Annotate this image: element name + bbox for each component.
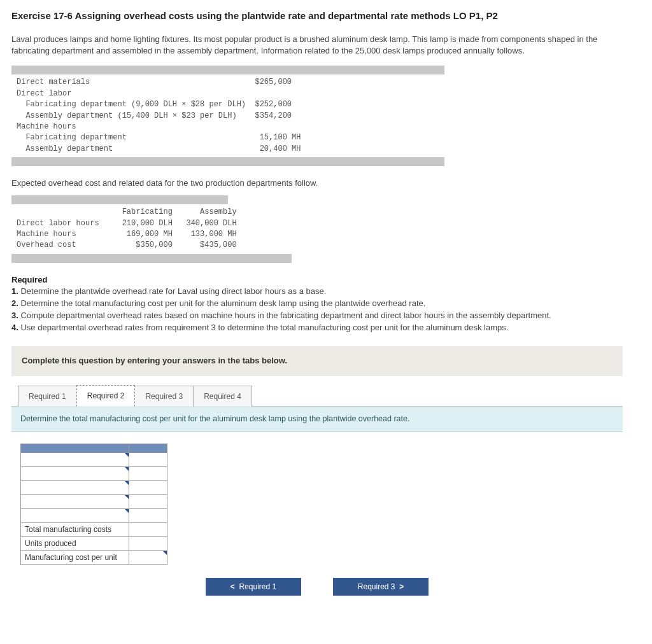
units-row-label: Units produced [21,536,129,550]
entry-input-cell[interactable] [129,480,167,494]
answer-box: Complete this question by entering your … [11,346,623,603]
entry-input-cell[interactable] [21,466,129,480]
entry-input-cell[interactable] [129,522,167,536]
section-text: Expected overhead cost and related data … [11,178,641,189]
tab-required-1[interactable]: Required 1 [18,386,77,407]
cost-per-unit-label: Manufacturing cost per unit [21,550,129,564]
table-header-cell [21,444,129,452]
required-item: Determine the plantwide overhead rate fo… [20,286,326,296]
tab-required-4[interactable]: Required 4 [193,386,252,407]
entry-input-cell[interactable] [129,466,167,480]
dept-data-block: Fabricating Assembly Direct labor hours … [11,195,292,263]
entry-input-cell[interactable] [21,508,129,522]
total-row-label: Total manufacturing costs [21,522,129,536]
dropdown-icon [125,467,129,471]
chevron-left-icon: < [230,582,235,591]
nav-row: < Required 1 Required 3 > [11,574,623,603]
next-button[interactable]: Required 3 > [333,578,429,596]
entry-input-cell[interactable] [21,452,129,466]
prev-button[interactable]: < Required 1 [206,578,301,596]
entry-input-cell[interactable] [129,550,167,564]
entry-table: Total manufacturing costs Units produced… [20,444,167,565]
dropdown-icon [125,509,129,513]
chevron-right-icon: > [399,582,404,591]
dropdown-icon [125,453,129,457]
dropdown-icon [125,495,129,499]
intro-paragraph: Laval produces lamps and home lighting f… [11,34,623,57]
tab-required-2[interactable]: Required 2 [76,385,136,407]
answer-instruction: Complete this question by entering your … [11,346,623,375]
required-list: 1. Determine the plantwide overhead rate… [11,286,623,333]
entry-input-cell[interactable] [129,494,167,508]
cost-data-block: Direct materials $265,000 Direct labor F… [11,66,444,166]
divider [11,254,292,263]
entry-input-cell[interactable] [129,452,167,466]
required-header: Required [11,274,641,286]
entry-input-cell[interactable] [21,494,129,508]
divider [11,195,228,204]
prev-label: Required 1 [239,582,276,591]
exercise-title: Exercise 17-6 Assigning overhead costs u… [11,9,641,22]
dept-data-text: Fabricating Assembly Direct labor hours … [11,206,292,253]
dropdown-icon [125,481,129,485]
dropdown-icon [163,551,167,555]
table-header-cell [129,444,167,452]
required-item: Use departmental overhead rates from req… [20,323,508,332]
required-item: Determine the total manufacturing cost p… [20,298,425,308]
entry-input-cell[interactable] [21,480,129,494]
tab-required-3[interactable]: Required 3 [134,386,194,407]
required-item: Compute departmental overhead rates base… [20,311,551,320]
divider [11,157,444,166]
cost-data-text: Direct materials $265,000 Direct labor F… [11,76,444,156]
tab-bar: Required 1 Required 2 Required 3 Require… [11,376,623,407]
entry-input-cell[interactable] [129,508,167,522]
tab-prompt: Determine the total manufacturing cost p… [11,407,623,432]
divider [11,66,444,74]
entry-input-cell[interactable] [129,536,167,550]
next-label: Required 3 [358,582,395,591]
